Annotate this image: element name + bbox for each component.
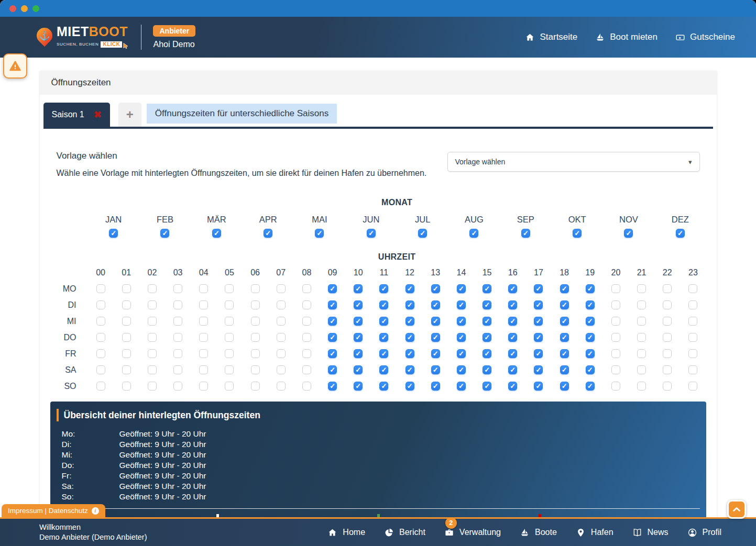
hour-checkbox-so-13[interactable] (431, 382, 440, 391)
hour-checkbox-mi-22[interactable] (663, 317, 672, 326)
hour-checkbox-fr-13[interactable] (431, 349, 440, 358)
hour-checkbox-sa-16[interactable] (508, 365, 517, 374)
hour-checkbox-sa-00[interactable] (96, 365, 105, 374)
hour-checkbox-so-08[interactable] (302, 382, 311, 391)
hour-checkbox-do-20[interactable] (611, 333, 620, 342)
footer-nav-home[interactable]: Home (327, 528, 365, 538)
hour-checkbox-di-14[interactable] (457, 300, 466, 309)
hour-checkbox-sa-06[interactable] (251, 365, 260, 374)
month-checkbox-aug[interactable] (469, 229, 478, 238)
hour-checkbox-fr-21[interactable] (637, 349, 646, 358)
hour-checkbox-fr-10[interactable] (354, 349, 363, 358)
hour-checkbox-mo-04[interactable] (199, 284, 208, 293)
hour-checkbox-do-05[interactable] (225, 333, 234, 342)
hour-checkbox-mi-13[interactable] (431, 317, 440, 326)
hour-checkbox-mo-06[interactable] (251, 284, 260, 293)
close-window-button[interactable] (9, 5, 16, 12)
hour-checkbox-mo-14[interactable] (457, 284, 466, 293)
month-checkbox-jun[interactable] (367, 229, 376, 238)
hour-checkbox-sa-04[interactable] (199, 365, 208, 374)
hour-checkbox-fr-03[interactable] (173, 349, 182, 358)
hour-checkbox-do-09[interactable] (328, 333, 337, 342)
hour-checkbox-di-05[interactable] (225, 300, 234, 309)
hour-checkbox-so-18[interactable] (560, 382, 569, 391)
hour-checkbox-mi-20[interactable] (611, 317, 620, 326)
hour-checkbox-sa-20[interactable] (611, 365, 620, 374)
hour-checkbox-do-01[interactable] (122, 333, 131, 342)
add-season-tab-button[interactable]: + (118, 103, 141, 127)
month-checkbox-mai[interactable] (315, 229, 324, 238)
hour-checkbox-so-01[interactable] (122, 382, 131, 391)
hour-checkbox-mo-03[interactable] (173, 284, 182, 293)
footer-nav-verwaltung[interactable]: 2Verwaltung (444, 528, 501, 538)
hour-checkbox-fr-04[interactable] (199, 349, 208, 358)
hour-checkbox-so-23[interactable] (688, 382, 697, 391)
hour-checkbox-mi-06[interactable] (251, 317, 260, 326)
hour-checkbox-sa-13[interactable] (431, 365, 440, 374)
footer-nav-profil[interactable]: Profil (687, 528, 721, 538)
hour-checkbox-fr-18[interactable] (560, 349, 569, 358)
footer-nav-hafen[interactable]: Hafen (576, 528, 613, 538)
hour-checkbox-sa-15[interactable] (483, 365, 491, 374)
hour-checkbox-mo-12[interactable] (406, 284, 414, 293)
hour-checkbox-sa-03[interactable] (173, 365, 182, 374)
hour-checkbox-so-00[interactable] (96, 382, 105, 391)
hour-checkbox-so-20[interactable] (611, 382, 620, 391)
hour-checkbox-mi-03[interactable] (173, 317, 182, 326)
hour-checkbox-do-08[interactable] (302, 333, 311, 342)
hour-checkbox-mo-21[interactable] (637, 284, 646, 293)
hour-checkbox-di-15[interactable] (483, 300, 491, 309)
hour-checkbox-di-12[interactable] (406, 300, 414, 309)
hour-checkbox-so-03[interactable] (173, 382, 182, 391)
template-select[interactable]: Vorlage wählen ▾ (447, 152, 700, 172)
hour-checkbox-mo-17[interactable] (534, 284, 543, 293)
hour-checkbox-so-09[interactable] (328, 382, 337, 391)
month-checkbox-okt[interactable] (573, 229, 582, 238)
hour-checkbox-mo-22[interactable] (663, 284, 672, 293)
hour-checkbox-so-07[interactable] (277, 382, 286, 391)
hour-checkbox-so-11[interactable] (379, 382, 388, 391)
hour-checkbox-mo-15[interactable] (483, 284, 491, 293)
hour-checkbox-mi-16[interactable] (508, 317, 517, 326)
hour-checkbox-sa-07[interactable] (277, 365, 286, 374)
hour-checkbox-fr-12[interactable] (406, 349, 414, 358)
hour-checkbox-mi-08[interactable] (302, 317, 311, 326)
scroll-to-top-button[interactable] (727, 500, 746, 519)
hour-checkbox-sa-21[interactable] (637, 365, 646, 374)
header-nav-gutscheine[interactable]: Gutscheine (675, 32, 735, 42)
hour-checkbox-di-19[interactable] (586, 300, 595, 309)
hour-checkbox-fr-08[interactable] (302, 349, 311, 358)
hour-checkbox-so-17[interactable] (534, 382, 543, 391)
hour-checkbox-do-07[interactable] (277, 333, 286, 342)
hour-checkbox-so-05[interactable] (225, 382, 234, 391)
month-checkbox-dez[interactable] (676, 229, 685, 238)
hour-checkbox-di-11[interactable] (379, 300, 388, 309)
tab-saison-1[interactable]: Saison 1 ✖ (43, 103, 110, 127)
hour-checkbox-mo-16[interactable] (508, 284, 517, 293)
hour-checkbox-di-21[interactable] (637, 300, 646, 309)
hour-checkbox-do-15[interactable] (483, 333, 491, 342)
hour-checkbox-do-02[interactable] (148, 333, 157, 342)
hour-checkbox-so-14[interactable] (457, 382, 466, 391)
hour-checkbox-so-21[interactable] (637, 382, 646, 391)
hour-checkbox-so-15[interactable] (483, 382, 491, 391)
footer-nav-bericht[interactable]: Bericht (384, 528, 425, 538)
month-checkbox-jan[interactable] (109, 229, 118, 238)
hour-checkbox-mo-07[interactable] (277, 284, 286, 293)
hour-checkbox-so-19[interactable] (586, 382, 595, 391)
footer-nav-boote[interactable]: Boote (520, 528, 557, 538)
hour-checkbox-mi-17[interactable] (534, 317, 543, 326)
hour-checkbox-do-10[interactable] (354, 333, 363, 342)
hour-checkbox-fr-01[interactable] (122, 349, 131, 358)
hour-checkbox-sa-09[interactable] (328, 365, 337, 374)
hour-checkbox-sa-02[interactable] (148, 365, 157, 374)
hour-checkbox-fr-11[interactable] (379, 349, 388, 358)
month-checkbox-sep[interactable] (521, 229, 530, 238)
hour-checkbox-so-02[interactable] (148, 382, 157, 391)
hour-checkbox-so-06[interactable] (251, 382, 260, 391)
hour-checkbox-sa-18[interactable] (560, 365, 569, 374)
hour-checkbox-sa-10[interactable] (354, 365, 363, 374)
hour-checkbox-do-23[interactable] (688, 333, 697, 342)
hour-checkbox-fr-02[interactable] (148, 349, 157, 358)
hour-checkbox-di-13[interactable] (431, 300, 440, 309)
